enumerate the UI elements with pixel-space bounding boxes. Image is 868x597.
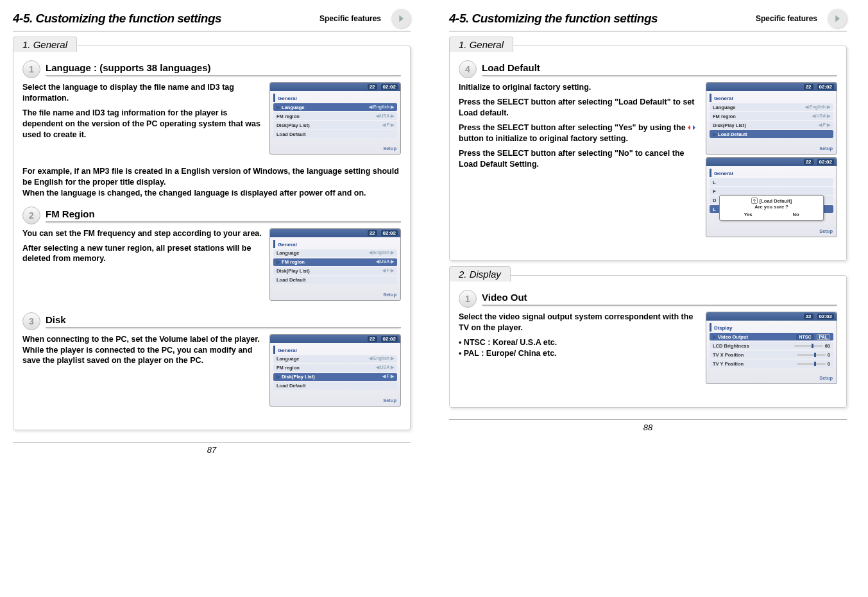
left-right-arrow-icon	[688, 122, 698, 133]
badge-1b: 1	[459, 290, 477, 308]
page-header-right: 4-5. Customizing the function settings S…	[449, 6, 847, 31]
next-arrow-icon	[391, 9, 411, 28]
item-video-out-title: Video Out	[482, 292, 837, 306]
item-fm-text: You can set the FM frequency and step ac…	[22, 228, 263, 303]
item-language-text: Select the language to display the file …	[22, 82, 263, 157]
lcd-display: 2202:02 Display ▶ Video Output NTSCPAL L…	[706, 312, 837, 384]
page-number-left: 87	[13, 442, 411, 455]
tab-display: 2. Display	[449, 266, 511, 282]
page-header: 4-5. Customizing the function settings S…	[13, 6, 411, 31]
section-title: 4-5. Customizing the function settings	[13, 12, 221, 26]
item-language-extra: For example, if an MP3 file is created i…	[22, 166, 401, 199]
item-video-out-header: 1 Video Out	[459, 290, 837, 308]
lcd-load-default: 2202:02 General Language◀ English ▶ FM r…	[706, 82, 837, 155]
badge-4: 4	[459, 60, 477, 78]
lcd-general-language: 2202:02 General ▶ Language◀ English ▶ FM…	[269, 82, 401, 155]
badge-1: 1	[22, 60, 40, 78]
tab-general-r: 1. General	[449, 37, 513, 52]
specific-features-tag: Specific features	[319, 14, 381, 23]
card-general-r: 1. General 4 Load Default Initialize to …	[449, 46, 847, 261]
confirm-popup: ?[Load Default] Are you sure ? YesNo	[719, 195, 824, 221]
badge-3: 3	[22, 312, 40, 330]
specific-features-tag-r: Specific features	[756, 14, 817, 23]
item-disk-header: 3 Disk	[22, 312, 401, 330]
item-load-default-title: Load Default	[482, 62, 837, 76]
item-video-out-text: Select the video signal output system co…	[459, 312, 699, 387]
badge-2: 2	[22, 206, 40, 224]
card-general: 1. General 1 Language : (supports 38 lan…	[13, 46, 411, 430]
tab-general: 1. General	[13, 37, 77, 52]
card-display: 2. Display 1 Video Out Select the video …	[449, 275, 847, 408]
next-arrow-icon-r	[828, 9, 847, 28]
lcd-general-fm: 2202:02 General Language◀ English ▶ ▶ FM…	[269, 228, 401, 301]
item-load-default-header: 4 Load Default	[459, 60, 837, 78]
page-left: 4-5. Customizing the function settings S…	[13, 6, 411, 455]
lcd-general-disk: 2202:02 General Language◀ English ▶ FM r…	[269, 334, 401, 407]
section-title-r: 4-5. Customizing the function settings	[449, 12, 658, 26]
item-language-header: 1 Language : (supports 38 languages)	[22, 60, 401, 78]
item-fm-title: FM Region	[46, 208, 401, 223]
item-disk-text: When connecting to the PC, set the Volum…	[22, 334, 263, 409]
item-disk-title: Disk	[46, 314, 401, 328]
page-right: 4-5. Customizing the function settings S…	[449, 6, 847, 455]
item-fm-header: 2 FM Region	[22, 206, 401, 224]
item-language-title: Language : (supports 38 languages)	[46, 62, 401, 76]
page-number-right: 88	[449, 419, 847, 432]
item-load-default-text: Initialize to original factory setting. …	[459, 82, 699, 240]
lcd-load-default-confirm: 2202:02 General L F D L ?[Load Default] …	[706, 157, 837, 237]
